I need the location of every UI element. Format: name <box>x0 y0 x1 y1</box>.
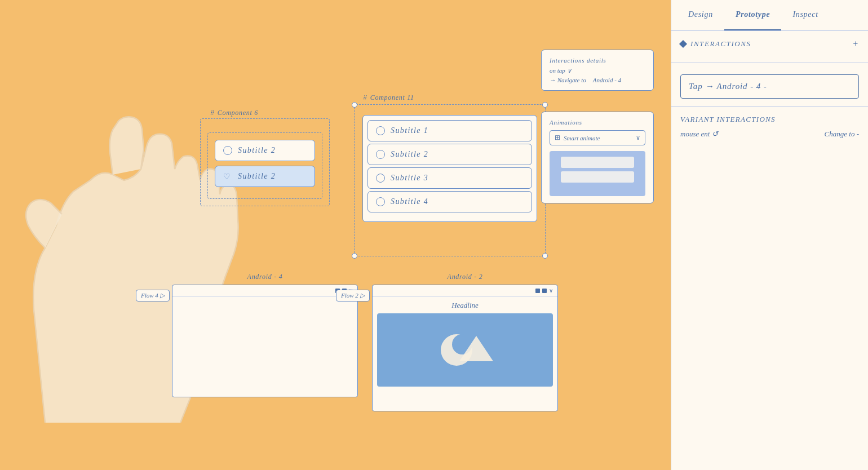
android2-chevron: ∨ <box>549 287 553 294</box>
interactions-section-title: Interactions + <box>680 39 859 49</box>
comp11-subtitle-3: Subtitle 3 <box>391 174 428 183</box>
android2-dot-2 <box>542 289 547 293</box>
component11-container: ⠿ Component 11 Subtitle 1 Subtitle 2 Sub… <box>354 104 546 256</box>
android4-topbar: ∨ <box>172 285 357 296</box>
android2-frame: Android - 2 Flow 2 ▷ ∨ Headline <box>372 285 558 411</box>
heart-icon: ♡ <box>223 172 232 181</box>
comp11-circle-2 <box>376 150 385 159</box>
on-tap-row: on tap ∨ <box>550 67 645 74</box>
component6-label: ⠿ Component 6 <box>210 109 258 117</box>
subtitle-text-1: Subtitle 2 <box>238 146 276 155</box>
variant-row: mouse ent ↺ Change to - <box>680 130 859 139</box>
comp11-subtitle-1: Subtitle 1 <box>391 126 428 135</box>
component6-container: ⠿ Component 6 Subtitle 2 ♡ Subtitle 2 <box>200 118 330 206</box>
tap-android-box[interactable]: Tap → Android - 4 - <box>680 74 859 99</box>
handle-br[interactable] <box>542 253 548 259</box>
android2-content: Headline <box>377 301 553 387</box>
android4-flow-text: Flow 4 ▷ <box>141 292 165 299</box>
right-panel: Design Prototype Inspect Interactions + … <box>671 0 868 470</box>
tab-bar: Design Prototype Inspect <box>671 0 868 31</box>
navigate-target: Android - 4 <box>593 77 621 83</box>
comp11-circle-1 <box>376 126 385 135</box>
component6-row-1[interactable]: Subtitle 2 <box>215 140 315 161</box>
android2-headline-text: Headline <box>377 301 553 310</box>
android2-flow-text: Flow 2 ▷ <box>341 292 365 299</box>
handle-bl[interactable] <box>352 253 357 259</box>
handle-tr[interactable] <box>542 102 548 108</box>
android2-label: Android - 2 <box>448 273 483 281</box>
android4-frame: Android - 4 Flow 4 ▷ ∨ <box>172 285 358 397</box>
subtitle-text-2: Subtitle 2 <box>238 172 276 181</box>
mouse-ent-text: mouse ent ↺ <box>680 130 718 139</box>
component6-row-2[interactable]: ♡ Subtitle 2 <box>215 166 315 187</box>
smart-animate-icon: ⊞ <box>555 134 560 142</box>
android2-topbar: ∨ <box>373 285 557 296</box>
comp11-row-3[interactable]: Subtitle 3 <box>367 167 532 189</box>
interactions-add-button[interactable]: + <box>852 39 859 49</box>
comp11-row-4[interactable]: Subtitle 4 <box>367 191 532 212</box>
smart-animate-text: Smart animate <box>564 135 632 141</box>
navigate-text: → Navigate to <box>550 77 586 83</box>
smart-animate-chevron: ∨ <box>636 134 640 141</box>
variant-interactions-section: Variant interactions mouse ent ↺ Change … <box>671 107 868 147</box>
android2-image <box>377 313 553 387</box>
component11-dots-icon: ⠿ <box>362 95 367 101</box>
interactions-detail-panel: Interactions details on tap ∨ → Navigate… <box>541 50 654 91</box>
animations-title: Animations <box>550 119 645 126</box>
smart-animate-row[interactable]: ⊞ Smart animate ∨ <box>550 130 645 145</box>
canvas: ⠿ Component 6 Subtitle 2 ♡ Subtitle 2 ⠿ … <box>0 0 668 470</box>
android2-dot-1 <box>535 289 540 293</box>
variant-interactions-title: Variant interactions <box>680 115 859 124</box>
comp11-circle-3 <box>376 174 385 183</box>
tap-android-text: Tap → Android - 4 - <box>689 82 851 91</box>
component11-label: ⠿ Component 11 <box>362 94 414 102</box>
interactions-title-text: Interactions <box>690 39 751 48</box>
android2-flow-badge[interactable]: Flow 2 ▷ <box>336 290 370 301</box>
animations-panel: Animations ⊞ Smart animate ∨ <box>541 112 654 203</box>
navigate-row: → Navigate to Android - 4 <box>550 77 645 83</box>
comp11-subtitle-2: Subtitle 2 <box>391 150 428 159</box>
tap-android-section: Tap → Android - 4 - <box>671 63 868 107</box>
animation-preview <box>550 151 645 196</box>
android4-flow-badge[interactable]: Flow 4 ▷ <box>136 290 170 301</box>
component11-inner: Subtitle 1 Subtitle 2 Subtitle 3 Subtitl… <box>362 115 537 222</box>
component6-dots-icon: ⠿ <box>210 110 214 116</box>
anim-bar-1 <box>561 157 634 168</box>
tab-prototype[interactable]: Prototype <box>724 0 782 30</box>
comp11-row-1[interactable]: Subtitle 1 <box>367 120 532 141</box>
android4-label: Android - 4 <box>247 273 283 281</box>
comp11-row-2[interactable]: Subtitle 2 <box>367 144 532 165</box>
diamond-icon <box>679 40 687 48</box>
change-to-text: Change to - <box>825 130 859 139</box>
interactions-detail-title: Interactions details <box>550 57 645 64</box>
anim-bar-2 <box>561 171 634 183</box>
tab-inspect[interactable]: Inspect <box>781 0 829 30</box>
on-tap-text: on tap ∨ <box>550 67 572 74</box>
interactions-section: Interactions + <box>671 31 868 63</box>
tab-design[interactable]: Design <box>677 0 724 30</box>
comp11-circle-4 <box>376 197 385 206</box>
anim-preview-inner <box>561 157 634 190</box>
handle-tl[interactable] <box>352 102 357 108</box>
circle-icon-1 <box>223 146 232 155</box>
comp11-subtitle-4: Subtitle 4 <box>391 197 428 206</box>
